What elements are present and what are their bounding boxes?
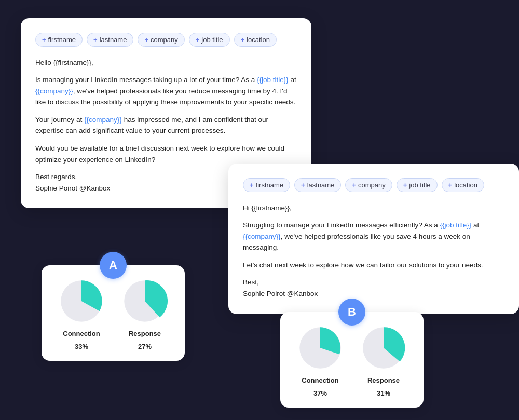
tag-label-b2: lastname bbox=[307, 181, 335, 189]
para1-mid-a: at bbox=[289, 76, 296, 84]
greeting-b: Hi {{firstname}}, bbox=[243, 202, 504, 214]
tag-jobtitle-b[interactable]: + job title bbox=[397, 178, 438, 192]
tag-label-a5: location bbox=[247, 36, 270, 44]
var-company-a1: {{company}} bbox=[35, 87, 73, 95]
avatar-b: B bbox=[338, 299, 365, 326]
tags-row-a: + firstname + lastname + company + job t… bbox=[35, 33, 297, 47]
para1-before-a: Is managing your LinkedIn messages takin… bbox=[35, 76, 257, 84]
tag-label-a1: firstname bbox=[48, 36, 76, 44]
tag-jobtitle-a[interactable]: + job title bbox=[189, 33, 230, 47]
stat-response-pct-a: 27% bbox=[138, 343, 152, 350]
pie-response-a bbox=[121, 278, 168, 324]
stat-connection-pct-a: 33% bbox=[75, 343, 88, 350]
tag-label-b1: firstname bbox=[256, 181, 283, 189]
stat-response-label-b: Response bbox=[367, 376, 400, 384]
para1-after-a: , we've helped professionals like you re… bbox=[35, 87, 295, 106]
tag-location-a[interactable]: + location bbox=[234, 33, 277, 47]
para2-a: Your journey at {{company}} has impresse… bbox=[35, 114, 297, 137]
main-container: + firstname + lastname + company + job t… bbox=[10, 8, 509, 413]
sign2-b: Sophie Poirot @Kanbox bbox=[243, 288, 504, 300]
card-b: + firstname + lastname + company + job t… bbox=[228, 164, 519, 314]
stat-response-label-a: Response bbox=[129, 330, 161, 337]
tag-company-b[interactable]: + company bbox=[345, 178, 392, 192]
var-jobtitle-a: {{job title}} bbox=[257, 76, 289, 84]
tag-label-a4: job title bbox=[201, 36, 223, 44]
tag-label-a3: company bbox=[151, 36, 178, 44]
pie-response-b bbox=[360, 324, 407, 371]
tag-label-a2: lastname bbox=[100, 36, 127, 44]
pie-connection-a bbox=[58, 278, 105, 324]
plus-icon-a5: + bbox=[241, 36, 245, 44]
stats-card-b: Connection 37% Response 31% bbox=[280, 312, 424, 408]
tag-firstname-a[interactable]: + firstname bbox=[35, 33, 83, 47]
plus-icon-b4: + bbox=[403, 181, 407, 189]
tag-label-b4: job title bbox=[409, 181, 430, 189]
plus-icon-b5: + bbox=[448, 181, 453, 189]
stats-wrapper-b: B Connection 37% bbox=[280, 312, 424, 408]
tag-location-b[interactable]: + location bbox=[442, 178, 484, 192]
tag-company-a[interactable]: + company bbox=[138, 33, 184, 47]
tag-label-b5: location bbox=[454, 181, 477, 189]
tags-row-b: + firstname + lastname + company + job t… bbox=[243, 178, 504, 192]
stat-response-b: Response 31% bbox=[360, 324, 407, 397]
plus-icon-a1: + bbox=[42, 36, 46, 44]
signature-b: Best, Sophie Poirot @Kanbox bbox=[243, 277, 504, 299]
pie-svg-connection-b bbox=[297, 324, 344, 371]
para1-a: Is managing your LinkedIn messages takin… bbox=[35, 74, 297, 108]
plus-icon-a3: + bbox=[144, 36, 148, 44]
stats-card-a: Connection 33% Response 27% bbox=[42, 265, 185, 361]
para3-a: Would you be available for a brief discu… bbox=[35, 143, 297, 165]
stats-area-a: A Connection 33% bbox=[42, 265, 185, 361]
pie-svg-connection-a bbox=[58, 278, 105, 324]
stat-connection-pct-b: 37% bbox=[313, 389, 327, 397]
stat-connection-label-b: Connection bbox=[302, 376, 339, 384]
para1-b: Struggling to manage your LinkedIn messa… bbox=[243, 220, 504, 253]
plus-icon-b1: + bbox=[250, 181, 254, 189]
tag-firstname-b[interactable]: + firstname bbox=[243, 178, 290, 192]
para2-before-a: Your journey at bbox=[35, 116, 84, 124]
greeting-a: Hello {{firstname}}, bbox=[35, 57, 297, 69]
para2-b: Let's chat next week to explore how we c… bbox=[243, 260, 504, 271]
stats-wrapper-a: A Connection 33% bbox=[42, 265, 185, 361]
pie-svg-response-b bbox=[360, 324, 407, 371]
stat-connection-a: Connection 33% bbox=[58, 278, 105, 350]
stat-response-pct-b: 31% bbox=[377, 389, 390, 397]
sign1-b: Best, bbox=[243, 277, 504, 288]
pie-connection-b bbox=[297, 324, 344, 371]
plus-icon-b3: + bbox=[352, 181, 356, 189]
tag-lastname-a[interactable]: + lastname bbox=[87, 33, 133, 47]
tag-label-b3: company bbox=[358, 181, 386, 189]
stat-connection-b: Connection 37% bbox=[297, 324, 344, 397]
avatar-a: A bbox=[100, 252, 127, 279]
var-company-b1: {{company}} bbox=[243, 233, 281, 240]
stats-area-b: B Connection 37% bbox=[280, 312, 424, 408]
para1-before-b: Struggling to manage your LinkedIn messa… bbox=[243, 221, 440, 229]
tag-lastname-b[interactable]: + lastname bbox=[294, 178, 341, 192]
plus-icon-a2: + bbox=[93, 36, 98, 44]
stat-connection-label-a: Connection bbox=[63, 330, 100, 337]
plus-icon-b2: + bbox=[301, 181, 305, 189]
var-company-a2: {{company}} bbox=[84, 116, 122, 124]
var-jobtitle-b: {{job title}} bbox=[440, 221, 471, 229]
message-body-b: Hi {{firstname}}, Struggling to manage y… bbox=[243, 202, 504, 300]
pie-svg-response-a bbox=[121, 278, 168, 324]
stat-response-a: Response 27% bbox=[121, 278, 168, 350]
plus-icon-a4: + bbox=[196, 36, 200, 44]
para1-mid-b: at bbox=[471, 221, 479, 229]
